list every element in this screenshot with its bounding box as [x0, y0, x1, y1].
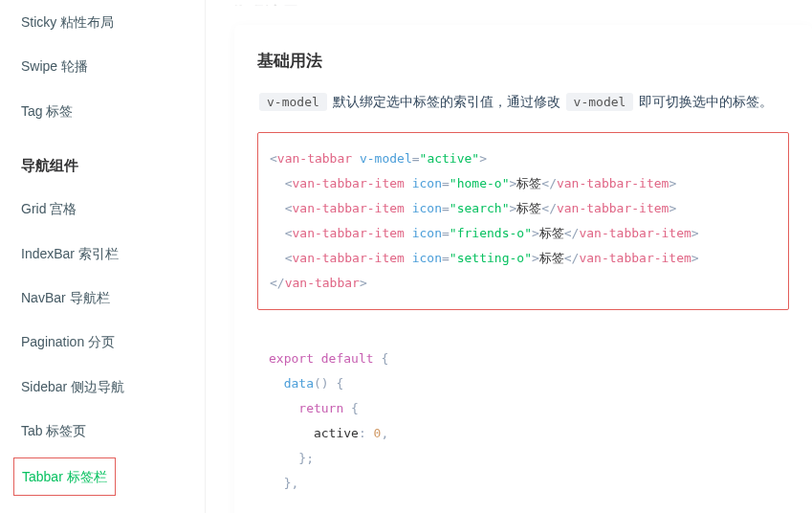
sidebar-item-sidebar[interactable]: Sidebar 侧边导航 [0, 365, 205, 409]
section-title: 基础用法 [257, 48, 789, 74]
desc-text: 即可切换选中的标签。 [639, 94, 773, 109]
sidebar-item-tag[interactable]: Tag 标签 [0, 89, 205, 133]
demo-card: 基础用法 v-model 默认绑定选中标签的索引值，通过修改 v-model 即… [234, 25, 812, 513]
main-content: 代码演示 基础用法 v-model 默认绑定选中标签的索引值，通过修改 v-mo… [206, 0, 812, 513]
demo-heading: 代码演示 [230, 0, 812, 6]
sidebar-item-treeselect[interactable]: TreeSelect 分类选择 [0, 500, 205, 513]
desc-text: 默认绑定选中标签的索引值，通过修改 [333, 94, 560, 109]
sidebar: Sticky 粘性布局 Swipe 轮播 Tag 标签 导航组件 Grid 宫格… [0, 0, 206, 513]
sidebar-item-swipe[interactable]: Swipe 轮播 [0, 44, 205, 88]
sidebar-item-navbar[interactable]: NavBar 导航栏 [0, 276, 205, 320]
sidebar-item-grid[interactable]: Grid 宫格 [0, 187, 205, 231]
inline-code: v-model [259, 93, 327, 111]
code-block-js: export default { data() { return { activ… [257, 333, 789, 509]
sidebar-item-tabbar[interactable]: Tabbar 标签栏 [13, 457, 116, 496]
section-desc: v-model 默认绑定选中标签的索引值，通过修改 v-model 即可切换选中… [257, 91, 789, 113]
sidebar-item-tab[interactable]: Tab 标签页 [0, 409, 205, 453]
sidebar-group-heading: 导航组件 [0, 133, 205, 187]
sidebar-item-sticky[interactable]: Sticky 粘性布局 [0, 0, 205, 44]
code-block-html: <van-tabbar v-model="active"> <van-tabba… [257, 132, 789, 310]
sidebar-item-pagination[interactable]: Pagination 分页 [0, 320, 205, 364]
inline-code: v-model [566, 93, 634, 111]
sidebar-item-indexbar[interactable]: IndexBar 索引栏 [0, 232, 205, 276]
